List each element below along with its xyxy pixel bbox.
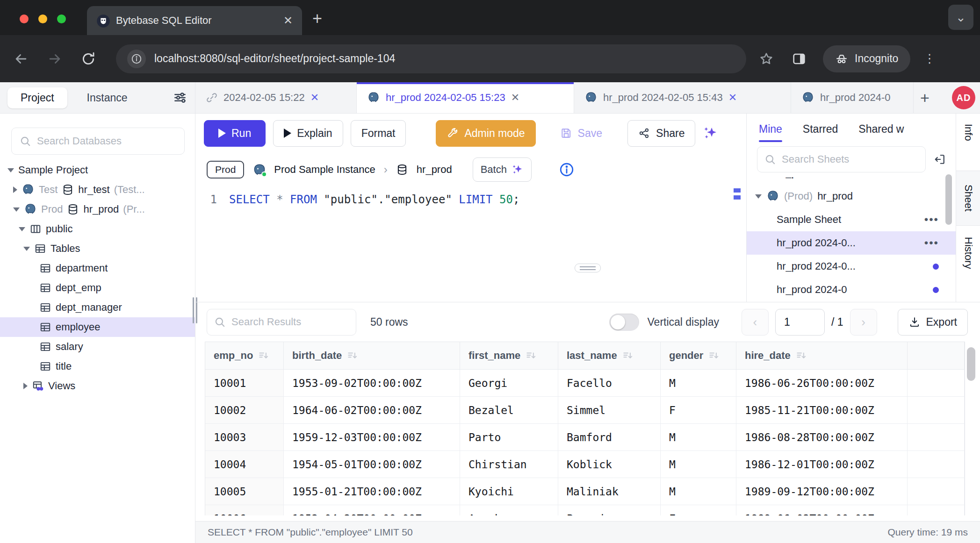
tree-item-hr-prod[interactable]: Prod hr_prod (Pr...: [0, 200, 195, 219]
forward-icon[interactable]: [47, 51, 63, 67]
chevron-down-icon[interactable]: [23, 247, 30, 251]
new-tab-button[interactable]: +: [312, 10, 322, 27]
batch-button[interactable]: Batch: [473, 157, 532, 182]
bookmark-star-icon[interactable]: [758, 51, 774, 67]
prev-page-button[interactable]: ‹: [742, 309, 769, 336]
search-sheets-input[interactable]: [782, 153, 919, 165]
chevron-right-icon[interactable]: [13, 186, 17, 193]
browser-tab[interactable]: Bytebase SQL Editor ✕: [87, 6, 302, 35]
tree-item-hr-test[interactable]: Test hr_test (Test...: [0, 180, 195, 200]
column-header-first-name[interactable]: first_name: [460, 342, 558, 370]
column-header-last-name[interactable]: last_name: [558, 342, 661, 370]
chevron-down-icon[interactable]: [7, 168, 14, 172]
tree-item-table-salary[interactable]: salary: [0, 337, 195, 357]
chevron-right-icon[interactable]: [23, 383, 28, 389]
sort-icon[interactable]: [525, 350, 537, 362]
tree-item-views-group[interactable]: Views: [0, 376, 195, 396]
search-sheets-box[interactable]: [757, 146, 926, 172]
tree-item-table-employee[interactable]: employee: [0, 317, 195, 337]
site-info-icon[interactable]: [127, 50, 146, 68]
ai-sparkle-icon[interactable]: [703, 125, 719, 141]
more-actions-icon[interactable]: •••: [924, 213, 939, 226]
tab-shared[interactable]: Shared w: [858, 116, 904, 142]
info-circle-icon[interactable]: [559, 162, 575, 178]
url-bar[interactable]: localhost:8080/sql-editor/sheet/project-…: [116, 44, 746, 73]
search-results-box[interactable]: [207, 309, 356, 336]
chevron-down-icon[interactable]: [19, 227, 25, 231]
column-header-birth-date[interactable]: birth_date: [284, 342, 460, 370]
tree-item-project[interactable]: Sample Project: [0, 160, 195, 180]
tree-item-table-dept-manager[interactable]: dept_manager: [0, 298, 195, 317]
format-button[interactable]: Format: [351, 120, 406, 147]
sort-icon[interactable]: [795, 350, 807, 362]
tab-project[interactable]: Project: [7, 87, 67, 108]
search-databases-input[interactable]: [37, 135, 177, 147]
sheet-item-sample[interactable]: Sample Sheet •••: [747, 208, 956, 231]
close-sheet-tab-icon[interactable]: ✕: [728, 92, 737, 104]
minimize-window-button[interactable]: [38, 14, 47, 23]
close-sheet-tab-icon[interactable]: ✕: [511, 92, 519, 104]
results-scrollbar[interactable]: [967, 347, 975, 381]
tree-item-table-title[interactable]: title: [0, 357, 195, 376]
sheet-tab-3[interactable]: hr_prod 2024-02-05 15:43 ✕: [574, 82, 791, 113]
tab-sheet-active[interactable]: Sheet: [956, 171, 980, 226]
tab-instance[interactable]: Instance: [74, 87, 141, 108]
back-icon[interactable]: [13, 51, 29, 67]
reload-icon[interactable]: [80, 51, 96, 67]
run-button[interactable]: Run: [204, 120, 266, 147]
sort-icon[interactable]: [258, 350, 270, 362]
side-panel-icon[interactable]: [791, 51, 807, 67]
tab-starred[interactable]: Starred: [803, 116, 838, 142]
sort-icon[interactable]: [346, 350, 359, 362]
column-header-emp-no[interactable]: emp_no: [205, 342, 284, 370]
page-number-input[interactable]: [775, 309, 825, 336]
filter-sliders-icon[interactable]: [173, 90, 187, 105]
sheets-search-row: [747, 144, 956, 177]
tree-item-tables-group[interactable]: Tables: [0, 239, 195, 258]
tab-history[interactable]: History: [962, 226, 974, 269]
user-avatar[interactable]: AD: [952, 86, 975, 109]
vertical-display-toggle[interactable]: [609, 314, 639, 331]
search-databases-box[interactable]: [11, 128, 185, 155]
tree-item-schema-public[interactable]: public: [0, 219, 195, 239]
add-sheet-tab-button[interactable]: +: [914, 89, 936, 107]
instance-name[interactable]: Prod Sample Instance: [274, 164, 375, 176]
database-name[interactable]: hr_prod: [417, 164, 452, 176]
collapse-panel-icon[interactable]: [933, 153, 946, 166]
zoom-window-button[interactable]: [57, 14, 66, 23]
sheet-item-3[interactable]: hr_prod 2024-0...: [747, 255, 956, 278]
export-button[interactable]: Export: [898, 309, 968, 336]
close-tab-icon[interactable]: ✕: [283, 15, 293, 26]
tree-item-table-department[interactable]: department: [0, 258, 195, 278]
save-button[interactable]: Save: [555, 120, 607, 147]
sort-icon[interactable]: [622, 350, 634, 362]
browser-menu-icon[interactable]: ⋮: [922, 55, 937, 63]
sheet-item-clipped[interactable]: hr_prod 2024-0...: [747, 177, 956, 185]
tab-info[interactable]: Info: [962, 114, 974, 171]
chevron-down-icon[interactable]: [755, 194, 762, 199]
tab-mine[interactable]: Mine: [759, 116, 782, 142]
more-actions-icon[interactable]: •••: [924, 236, 939, 250]
sheet-group-hr-prod[interactable]: (Prod) hr_prod: [747, 185, 956, 208]
sheet-item-selected[interactable]: hr_prod 2024-0... •••: [747, 231, 956, 255]
sheet-item-4[interactable]: hr_prod 2024-0: [747, 278, 956, 301]
close-window-button[interactable]: [20, 14, 29, 23]
column-header-gender[interactable]: gender: [661, 342, 736, 370]
sheet-tab-2-active[interactable]: hr_prod 2024-02-05 15:23 ✕: [357, 82, 574, 113]
sheets-scrollbar[interactable]: [945, 174, 952, 225]
column-header-hire-date[interactable]: hire_date: [736, 342, 908, 370]
panel-drag-handle[interactable]: [575, 264, 601, 272]
tree-item-table-dept-emp[interactable]: dept_emp: [0, 278, 195, 298]
tab-search-chevron-button[interactable]: ⌄: [948, 5, 973, 30]
sheet-tab-1[interactable]: 2024-02-05 15:22 ✕: [195, 82, 357, 113]
sort-icon[interactable]: [708, 350, 720, 362]
search-results-input[interactable]: [231, 316, 349, 328]
explain-button[interactable]: Explain: [273, 120, 343, 147]
sheet-tab-4[interactable]: hr_prod 2024-0: [791, 82, 914, 113]
share-button[interactable]: Share: [627, 120, 695, 147]
next-page-button[interactable]: ›: [850, 309, 877, 336]
chevron-down-icon[interactable]: [13, 207, 20, 212]
close-sheet-tab-icon[interactable]: ✕: [310, 92, 319, 104]
sql-editor[interactable]: 1 SELECT * FROM "public"."employee" LIMI…: [195, 186, 746, 302]
admin-mode-button[interactable]: Admin mode: [436, 120, 535, 147]
